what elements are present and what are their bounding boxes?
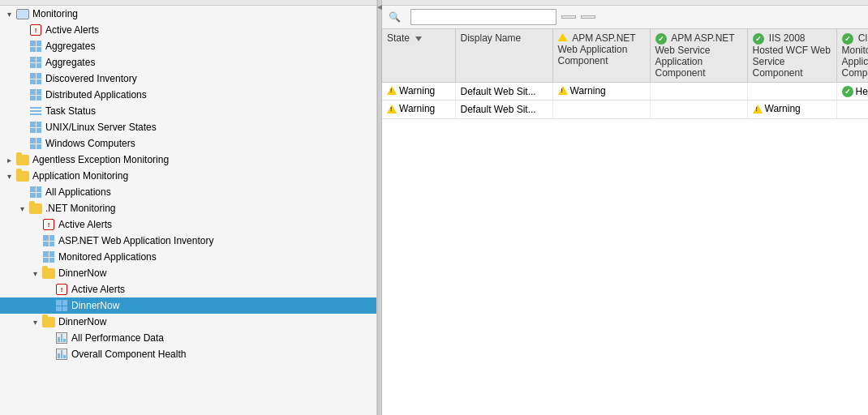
tree-item-aggregates2[interactable]: Aggregates xyxy=(0,54,376,71)
col-display-name-label: Display Name xyxy=(461,32,522,44)
expand-icon-dinnernow-folder1: ▾ xyxy=(29,269,41,278)
tree-item-dinnernow-folder1[interactable]: ▾DinnerNow xyxy=(0,265,376,281)
col-display-name: Display Name xyxy=(455,29,552,82)
item-icon-net-active-alerts: ! xyxy=(42,218,55,231)
expand-icon-dinnernow-folder2: ▾ xyxy=(29,318,41,327)
item-label-all-applications: All Applications xyxy=(45,186,111,198)
item-label-all-performance-data: All Performance Data xyxy=(71,332,164,344)
tree-item-overall-component-health[interactable]: Overall Component Health xyxy=(0,346,376,362)
cell-iis-1: ! Warning xyxy=(747,101,836,119)
tree-item-agentless-exception[interactable]: ▸Agentless Exception Monitoring xyxy=(0,152,376,168)
item-icon-monitoring-root xyxy=(16,7,29,20)
col-apm-aspnet-web-service-label: APM ASP.NET Web Service Application Comp… xyxy=(655,32,735,79)
item-icon-net-monitoring xyxy=(29,202,42,215)
tree-item-monitored-applications[interactable]: Monitored Applications xyxy=(0,249,376,265)
item-icon-overall-component-health xyxy=(55,348,68,361)
item-label-monitored-applications: Monitored Applications xyxy=(58,251,157,263)
tree-item-application-monitoring[interactable]: ▾Application Monitoring xyxy=(0,168,376,184)
cell-state-0: ! Warning xyxy=(382,82,455,101)
warn-triangle-icon: ! xyxy=(387,86,397,95)
tree-item-all-performance-data[interactable]: All Performance Data xyxy=(0,330,376,346)
item-label-dinnernow-grid: DinnerNow xyxy=(71,300,119,311)
tree-item-aggregates1[interactable]: Aggregates xyxy=(0,38,376,54)
healthy-check-icon: ✓ xyxy=(842,86,853,97)
cell-apm-web-1 xyxy=(552,101,650,119)
item-icon-aggregates2 xyxy=(29,56,42,69)
item-icon-distributed-applications xyxy=(29,88,42,101)
expand-icon-agentless-exception: ▸ xyxy=(3,156,15,165)
warning-badge: ! Warning xyxy=(558,85,606,96)
right-panel-header xyxy=(382,0,868,6)
tree-item-discovered-inventory[interactable]: Discovered Inventory xyxy=(0,71,376,87)
tree-item-task-status[interactable]: Task Status xyxy=(0,103,376,119)
find-now-button[interactable] xyxy=(561,15,576,19)
tree-item-distributed-applications[interactable]: Distributed Applications xyxy=(0,87,376,103)
item-icon-aggregates1 xyxy=(29,40,42,53)
item-icon-monitored-applications xyxy=(42,250,55,263)
results-table: State Display Name APM ASP.NET Web Appli… xyxy=(382,29,868,119)
item-label-distributed-applications: Distributed Applications xyxy=(45,89,147,101)
table-body: ! Warning Default Web Sit... ! Warning ✓… xyxy=(382,82,868,118)
item-icon-windows-computers xyxy=(29,137,42,150)
cell-state-1: ! Warning xyxy=(382,101,455,119)
item-icon-application-monitoring xyxy=(16,169,29,182)
tree-item-all-applications[interactable]: All Applications xyxy=(0,184,376,200)
item-label-aggregates1: Aggregates xyxy=(45,41,95,52)
table-row[interactable]: ! Warning Default Web Sit... ! Warning xyxy=(382,101,868,119)
item-label-active-alerts: Active Alerts xyxy=(45,24,99,36)
col-apm-aspnet-web-label: APM ASP.NET Web Application Component xyxy=(558,32,636,66)
tree-item-dinnernow-folder2[interactable]: ▾DinnerNow xyxy=(0,314,376,330)
item-icon-unix-linux xyxy=(29,121,42,134)
search-input[interactable] xyxy=(410,9,556,25)
warning-badge: ! Warning xyxy=(753,103,801,114)
tree-item-unix-linux[interactable]: UNIX/Linux Server States xyxy=(0,119,376,135)
item-label-dinnernow-folder2: DinnerNow xyxy=(58,316,106,327)
item-label-dinnernow-active-alerts: Active Alerts xyxy=(71,284,125,295)
item-icon-task-status xyxy=(29,105,42,118)
item-icon-all-applications xyxy=(29,186,42,199)
tree-item-aspnet-inventory[interactable]: ASP.NET Web Application Inventory xyxy=(0,233,376,249)
left-nav-panel: ▾Monitoring!Active AlertsAggregatesAggre… xyxy=(0,0,377,415)
cell-client-0: ✓ Healthy xyxy=(836,82,868,101)
table-row[interactable]: ! Warning Default Web Sit... ! Warning ✓… xyxy=(382,82,868,101)
expand-icon-application-monitoring: ▾ xyxy=(3,172,15,181)
item-icon-dinnernow-folder2 xyxy=(42,315,55,328)
item-label-task-status: Task Status xyxy=(45,105,96,117)
item-icon-dinnernow-active-alerts: ! xyxy=(55,283,68,296)
item-icon-active-alerts: ! xyxy=(29,24,42,36)
cell-client-1 xyxy=(836,101,868,119)
item-icon-aspnet-inventory xyxy=(42,234,55,247)
tree-item-net-active-alerts[interactable]: !Active Alerts xyxy=(0,216,376,233)
col-iis2008-label: IIS 2008 Hosted WCF Web Service Componen… xyxy=(753,32,831,79)
cell-display-name-1: Default Web Sit... xyxy=(455,101,552,119)
item-label-application-monitoring: Application Monitoring xyxy=(32,170,128,182)
item-label-discovered-inventory: Discovered Inventory xyxy=(45,73,137,84)
apm-aspnet-web-warning-icon xyxy=(558,33,568,41)
cell-apm-service-0 xyxy=(650,82,747,101)
tree-item-dinnernow-grid[interactable]: DinnerNow xyxy=(0,297,376,314)
healthy-badge: ✓ Healthy xyxy=(842,86,869,97)
tree-item-monitoring-root[interactable]: ▾Monitoring xyxy=(0,6,376,22)
tree-item-active-alerts[interactable]: !Active Alerts xyxy=(0,22,376,38)
tree-item-dinnernow-active-alerts[interactable]: !Active Alerts xyxy=(0,281,376,297)
item-icon-dinnernow-grid xyxy=(55,299,68,312)
item-icon-dinnernow-folder1 xyxy=(42,267,55,280)
table-header: State Display Name APM ASP.NET Web Appli… xyxy=(382,29,868,82)
tree-item-net-monitoring[interactable]: ▾.NET Monitoring xyxy=(0,200,376,216)
col-iis2008: ✓ IIS 2008 Hosted WCF Web Service Compon… xyxy=(747,29,836,82)
col-apm-aspnet-web: APM ASP.NET Web Application Component xyxy=(552,29,650,82)
search-icon: 🔍 xyxy=(389,11,401,23)
col-iis-health-icon: ✓ xyxy=(753,33,764,45)
tree-item-windows-computers[interactable]: Windows Computers xyxy=(0,135,376,152)
warn-triangle-icon: ! xyxy=(558,86,568,95)
item-label-aspnet-inventory: ASP.NET Web Application Inventory xyxy=(58,235,213,246)
clear-button[interactable] xyxy=(581,15,595,19)
cell-apm-web-0: ! Warning xyxy=(552,82,650,101)
right-content-panel: 🔍 State Display Name APM ASP.NET W xyxy=(382,0,868,415)
warning-badge: ! Warning xyxy=(387,85,435,96)
search-toolbar: 🔍 xyxy=(382,6,868,29)
item-label-aggregates2: Aggregates xyxy=(45,57,95,68)
sort-arrow-icon xyxy=(415,36,422,41)
warn-triangle-icon: ! xyxy=(753,105,763,113)
cell-display-name-0: Default Web Sit... xyxy=(455,82,552,101)
